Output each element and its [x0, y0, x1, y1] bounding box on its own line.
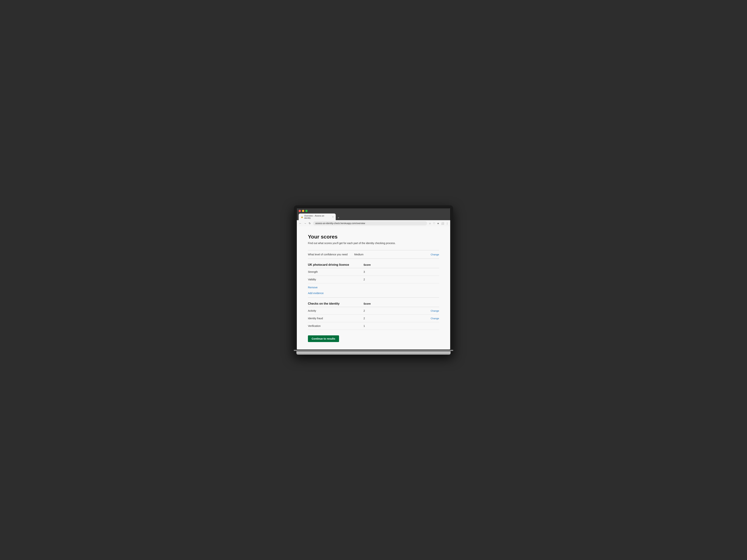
strength-label: Strength — [308, 270, 363, 273]
extensions-icon[interactable]: ★ — [437, 222, 440, 225]
add-evidence-link[interactable]: Add evidence — [308, 292, 324, 295]
cast-icon[interactable]: ⬜ — [441, 222, 444, 225]
confidence-label: What level of confidence you need — [308, 253, 354, 256]
active-tab[interactable]: 🔒 Overview – Assess an identity × — [299, 214, 336, 220]
identity-fraud-value: 2 — [363, 317, 431, 320]
activity-change-link[interactable]: Change — [431, 310, 439, 312]
menu-icon[interactable]: ⋮ — [445, 222, 449, 225]
browser-chrome: 🔒 Overview – Assess an identity × + — [297, 208, 450, 220]
address-input[interactable] — [313, 221, 427, 225]
strength-value: 3 — [363, 270, 439, 273]
remove-link[interactable]: Remove — [308, 286, 317, 289]
confidence-value: Medium — [354, 253, 431, 256]
strength-row: Strength 3 — [308, 268, 439, 276]
verification-row: Verification 1 — [308, 322, 439, 330]
laptop-hinge — [294, 350, 453, 351]
refresh-button[interactable]: ↻ — [308, 221, 312, 225]
checks-section-header: Checks on the identity Score — [308, 302, 439, 307]
evidence-section: UK photocard driving licence Score Stren… — [308, 263, 439, 298]
validity-label: Validity — [308, 278, 363, 281]
continue-button[interactable]: Continue to results — [308, 336, 339, 342]
identity-fraud-label: Identity fraud — [308, 317, 363, 320]
heart-icon[interactable]: ♡ — [433, 222, 436, 225]
nav-buttons: ← → ↻ — [298, 221, 312, 225]
maximize-button[interactable] — [305, 210, 308, 212]
checks-section-title: Checks on the identity — [308, 302, 363, 305]
bookmark-icon[interactable]: ☆ — [429, 222, 432, 225]
minimize-button[interactable] — [302, 210, 304, 212]
activity-value: 2 — [363, 309, 431, 312]
tab-title: Overview – Assess an identity — [304, 215, 331, 219]
tab-bar: 🔒 Overview – Assess an identity × + — [299, 214, 448, 220]
address-bar-row: ← → ↻ ☆ ♡ ★ ⬜ ⋮ — [297, 220, 450, 226]
verification-label: Verification — [308, 324, 363, 327]
evidence-section-title: UK photocard driving licence — [308, 263, 363, 266]
confidence-change-link[interactable]: Change — [431, 253, 439, 256]
confidence-row: What level of confidence you need Medium… — [308, 250, 439, 259]
validity-value: 2 — [363, 278, 439, 281]
close-button[interactable] — [299, 210, 301, 212]
tab-close-button[interactable]: × — [332, 216, 334, 218]
identity-fraud-row: Identity fraud 2 Change — [308, 315, 439, 322]
new-tab-button[interactable]: + — [336, 215, 341, 220]
evidence-section-header: UK photocard driving licence Score — [308, 263, 439, 268]
tab-favicon: 🔒 — [301, 216, 303, 218]
activity-label: Activity — [308, 309, 363, 312]
page-content: Your scores Find out what scores you'll … — [297, 226, 450, 349]
evidence-score-header: Score — [363, 263, 439, 266]
back-button[interactable]: ← — [298, 221, 302, 225]
checks-section: Checks on the identity Score Activity 2 … — [308, 302, 439, 330]
identity-fraud-change-link[interactable]: Change — [431, 317, 439, 320]
verification-value: 1 — [363, 324, 439, 327]
activity-row: Activity 2 Change — [308, 307, 439, 315]
validity-row: Validity 2 — [308, 276, 439, 283]
laptop-base — [297, 351, 450, 355]
forward-button[interactable]: → — [303, 221, 307, 225]
laptop-frame: 🔒 Overview – Assess an identity × + ← → … — [294, 205, 453, 355]
page-title: Your scores — [308, 234, 439, 240]
evidence-action-links: Remove — [308, 283, 439, 292]
checks-score-header: Score — [363, 302, 439, 305]
window-controls — [299, 210, 448, 212]
screen: 🔒 Overview – Assess an identity × + ← → … — [297, 208, 450, 350]
browser-actions: ☆ ♡ ★ ⬜ ⋮ — [429, 222, 449, 225]
page-subtitle: Find out what scores you'll get for each… — [308, 242, 439, 245]
